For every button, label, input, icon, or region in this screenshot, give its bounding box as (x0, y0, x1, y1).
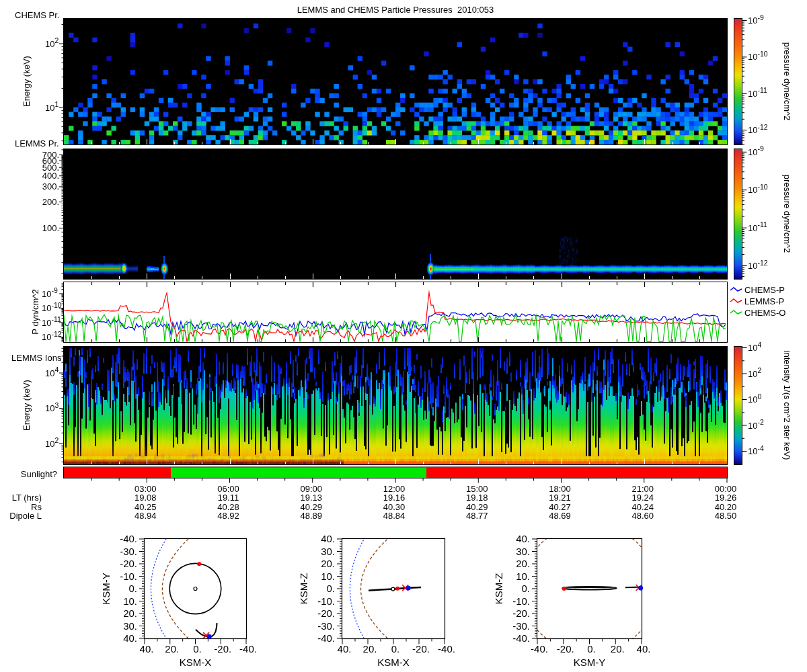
svg-text:KSM-X: KSM-X (377, 657, 410, 668)
svg-text:10-12: 10-12 (748, 259, 768, 271)
svg-text:48.69: 48.69 (549, 511, 571, 521)
svg-text:CHEMS-P: CHEMS-P (744, 285, 785, 295)
svg-text:48.77: 48.77 (466, 511, 488, 521)
svg-text:104: 104 (748, 341, 761, 353)
svg-text:-40.: -40. (239, 643, 257, 655)
svg-text:102: 102 (45, 36, 59, 49)
svg-text:101: 101 (45, 100, 59, 113)
svg-text:100: 100 (748, 392, 761, 405)
svg-text:100.: 100. (42, 223, 59, 233)
svg-text:20.: 20. (123, 607, 137, 619)
svg-text:10-10: 10-10 (748, 183, 768, 196)
svg-text:-20.: -20. (317, 607, 335, 619)
svg-text:10-10: 10-10 (748, 50, 768, 62)
svg-text:LEMMS and CHEMS Particle Press: LEMMS and CHEMS Particle Pressures 2010:… (297, 5, 494, 15)
svg-text:40.: 40. (637, 643, 651, 655)
svg-text:0.: 0. (521, 583, 530, 594)
svg-text:10-9: 10-9 (42, 286, 58, 299)
svg-text:10.: 10. (123, 595, 137, 607)
svg-text:48.50: 48.50 (715, 511, 737, 521)
svg-text:-40.: -40. (531, 643, 548, 655)
svg-text:KSM-X: KSM-X (180, 657, 212, 668)
svg-text:20.: 20. (516, 558, 530, 569)
svg-text:-40.: -40. (512, 632, 530, 644)
svg-text:10-4: 10-4 (748, 444, 764, 457)
svg-text:20.: 20. (321, 558, 335, 569)
svg-text:104: 104 (45, 366, 59, 378)
svg-text:0.: 0. (193, 643, 202, 655)
svg-text:Dipole L: Dipole L (9, 511, 42, 521)
svg-text:CHEMS Pr.: CHEMS Pr. (15, 10, 59, 20)
svg-text:-10.: -10. (512, 595, 530, 607)
svg-text:103: 103 (45, 401, 59, 414)
svg-text:10-12: 10-12 (42, 330, 62, 343)
svg-text:40.: 40. (140, 643, 154, 655)
svg-text:40.: 40. (516, 533, 530, 544)
svg-text:0.: 0. (128, 583, 137, 594)
svg-text:48.94: 48.94 (134, 511, 157, 521)
svg-text:KSM-Z: KSM-Z (493, 573, 504, 605)
svg-text:10-9: 10-9 (748, 144, 764, 157)
svg-text:LEMMS-P: LEMMS-P (744, 296, 784, 306)
svg-text:10-11: 10-11 (748, 86, 767, 99)
svg-text:KSM-Y: KSM-Y (574, 657, 606, 668)
svg-text:intensity 1/(s cm^2 ster keV): intensity 1/(s cm^2 ster keV) (782, 351, 792, 460)
svg-text:10.: 10. (321, 571, 335, 582)
svg-text:48.92: 48.92 (217, 511, 239, 521)
svg-text:48.84: 48.84 (383, 511, 406, 521)
svg-text:10-12: 10-12 (748, 123, 768, 136)
svg-text:Energy (keV): Energy (keV) (22, 380, 32, 431)
svg-text:10.: 10. (516, 571, 530, 582)
svg-text:200.: 200. (42, 197, 59, 207)
svg-text:-20.: -20. (412, 643, 430, 655)
svg-text:-20.: -20. (557, 643, 574, 655)
svg-text:Energy (keV): Energy (keV) (22, 56, 32, 107)
svg-text:10-11: 10-11 (748, 220, 767, 233)
svg-text:10-10: 10-10 (42, 301, 62, 314)
svg-text:20.: 20. (363, 643, 377, 655)
svg-text:30.: 30. (516, 546, 530, 557)
svg-text:-20.: -20. (120, 558, 137, 569)
svg-text:40.: 40. (338, 643, 352, 655)
svg-text:0.: 0. (326, 583, 335, 594)
svg-text:P dyn/cm^2: P dyn/cm^2 (30, 289, 40, 334)
svg-text:-10.: -10. (317, 595, 335, 607)
svg-text:10-2: 10-2 (748, 418, 764, 431)
svg-text:48.89: 48.89 (300, 511, 322, 521)
svg-text:-40.: -40. (317, 632, 335, 644)
svg-text:-30.: -30. (120, 546, 137, 557)
svg-text:0.: 0. (587, 643, 596, 655)
svg-text:pressure dyne/cm^2: pressure dyne/cm^2 (782, 175, 792, 253)
svg-text:-30.: -30. (512, 620, 530, 632)
svg-text:10-11: 10-11 (42, 315, 61, 328)
svg-text:10-9: 10-9 (748, 13, 764, 26)
svg-text:KSM-Z: KSM-Z (298, 573, 309, 605)
svg-text:KSM-Y: KSM-Y (100, 573, 112, 605)
svg-text:-40.: -40. (438, 643, 455, 655)
svg-text:LEMMS Pr.: LEMMS Pr. (15, 138, 59, 149)
svg-text:-20.: -20. (214, 643, 231, 655)
svg-text:40.: 40. (123, 632, 137, 644)
svg-text:48.60: 48.60 (631, 511, 654, 521)
svg-text:300.: 300. (42, 181, 59, 192)
svg-text:pressure dyne/cm^2: pressure dyne/cm^2 (782, 42, 792, 121)
svg-text:20.: 20. (611, 643, 625, 655)
svg-text:LEMMS Ions: LEMMS Ions (11, 353, 62, 363)
svg-text:40.: 40. (321, 533, 335, 544)
svg-text:20.: 20. (165, 643, 179, 655)
svg-text:Sunlight?: Sunlight? (21, 469, 57, 479)
svg-text:-40.: -40. (120, 533, 137, 544)
svg-text:30.: 30. (321, 546, 335, 557)
svg-text:CHEMS-O: CHEMS-O (744, 308, 785, 318)
svg-text:-30.: -30. (317, 620, 335, 632)
svg-text:0.: 0. (391, 643, 400, 655)
svg-text:30.: 30. (123, 620, 137, 632)
svg-text:102: 102 (748, 366, 761, 379)
svg-text:102: 102 (45, 436, 59, 449)
svg-text:-10.: -10. (120, 571, 137, 582)
svg-text:700.: 700. (42, 150, 59, 160)
svg-text:-20.: -20. (512, 607, 530, 619)
